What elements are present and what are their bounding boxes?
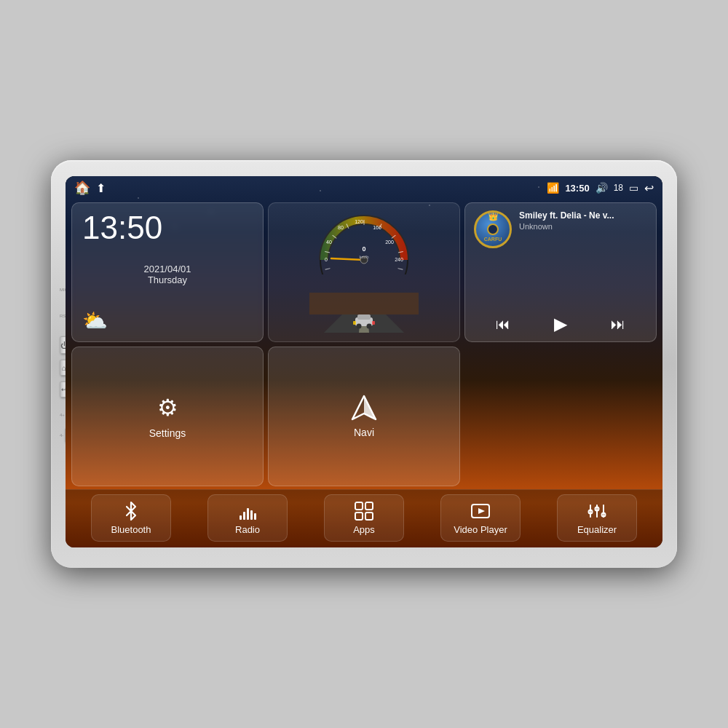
svg-marker-33 — [364, 396, 376, 419]
voldown-label: 4- — [60, 433, 63, 438]
svg-text:80: 80 — [338, 225, 344, 230]
crown-icon: 👑 — [488, 211, 499, 221]
navi-icon — [351, 395, 377, 421]
upload-icon[interactable]: ⬆ — [96, 181, 106, 195]
svg-text:km/h: km/h — [359, 255, 368, 259]
bluetooth-button[interactable]: Bluetooth — [91, 494, 171, 542]
next-button[interactable]: ⏭ — [611, 316, 625, 333]
clock-time: 13:50 — [82, 212, 253, 244]
video-player-icon — [470, 501, 491, 521]
svg-text:240: 240 — [395, 257, 403, 262]
svg-text:160: 160 — [373, 225, 381, 230]
equalizer-icon — [587, 501, 607, 521]
music-widget: 👑 CARFU Smiley ft. Delia - Ne v... Unkno… — [464, 202, 657, 342]
svg-rect-34 — [240, 515, 242, 520]
svg-rect-35 — [243, 512, 245, 520]
volume-level: 18 — [614, 183, 623, 193]
video-player-button[interactable]: Video Player — [440, 494, 521, 542]
navi-label: Navi — [354, 427, 374, 438]
svg-text:120: 120 — [355, 219, 363, 224]
settings-icon: ⚙ — [157, 394, 178, 422]
speedometer-gauge: 0 40 80 120 160 200 240 0 — [313, 209, 415, 274]
clock-date: 2021/04/01 — [82, 264, 253, 274]
play-button[interactable]: ▶ — [554, 314, 567, 334]
car-head-unit: MIC RST ⏻ ⌂ ↩ 4+ 4- 🏠 — [51, 160, 677, 568]
settings-widget[interactable]: ⚙ Settings — [71, 347, 264, 486]
status-bar: 🏠 ⬆ 📶 13:50 🔊 18 ▭ ↩ — [66, 176, 662, 199]
music-top: 👑 CARFU Smiley ft. Delia - Ne v... Unkno… — [474, 210, 647, 248]
equalizer-button[interactable]: Equalizer — [557, 494, 637, 542]
svg-rect-41 — [355, 513, 363, 520]
svg-text:200: 200 — [385, 240, 394, 245]
main-content: 13:50 2021/04/01 Thursday ⛅ — [66, 199, 662, 489]
svg-point-28 — [357, 324, 362, 329]
music-controls: ⏮ ▶ ⏭ — [474, 314, 647, 334]
apps-label: Apps — [353, 524, 375, 535]
status-left: 🏠 ⬆ — [74, 180, 106, 196]
svg-rect-39 — [355, 502, 363, 510]
bluetooth-label: Bluetooth — [111, 524, 151, 535]
window-icon: ▭ — [629, 182, 638, 194]
volup-label: 4+ — [60, 413, 65, 417]
settings-label: Settings — [149, 427, 186, 439]
svg-rect-27 — [357, 314, 371, 320]
home-icon[interactable]: 🏠 — [74, 180, 90, 196]
svg-rect-31 — [372, 321, 375, 325]
apps-button[interactable]: Apps — [324, 494, 404, 542]
bottom-bar: Bluetooth Radio — [66, 489, 662, 547]
back-nav-icon[interactable]: ↩ — [644, 181, 654, 195]
radio-icon — [237, 501, 258, 521]
svg-rect-38 — [254, 513, 256, 520]
wifi-icon: 📶 — [547, 182, 559, 194]
svg-line-10 — [398, 269, 403, 270]
navi-widget[interactable]: Navi — [268, 347, 460, 486]
music-info: Smiley ft. Delia - Ne v... Unknown — [519, 210, 647, 231]
album-text: CARFU — [484, 237, 502, 242]
speedometer-widget: 0 40 80 120 160 200 240 0 — [268, 202, 460, 342]
svg-rect-37 — [250, 510, 253, 520]
svg-text:0: 0 — [325, 257, 328, 262]
svg-rect-36 — [247, 508, 249, 520]
apps-icon — [354, 501, 374, 521]
road-view — [274, 293, 454, 336]
svg-rect-30 — [353, 321, 356, 325]
svg-rect-42 — [365, 513, 373, 520]
music-album-art: 👑 CARFU — [474, 210, 512, 248]
screen-background: 🏠 ⬆ 📶 13:50 🔊 18 ▭ ↩ 13:50 — [66, 176, 662, 547]
radio-button[interactable]: Radio — [207, 494, 288, 542]
screen: 🏠 ⬆ 📶 13:50 🔊 18 ▭ ↩ 13:50 — [66, 176, 662, 547]
volume-icon: 🔊 — [596, 182, 608, 194]
svg-line-2 — [325, 269, 331, 270]
svg-text:0: 0 — [362, 245, 365, 253]
svg-text:40: 40 — [326, 240, 332, 245]
svg-point-29 — [367, 324, 372, 329]
status-right: 📶 13:50 🔊 18 ▭ ↩ — [547, 181, 654, 195]
video-player-label: Video Player — [454, 524, 507, 535]
prev-button[interactable]: ⏮ — [496, 316, 510, 333]
radio-label: Radio — [235, 524, 260, 535]
status-time: 13:50 — [565, 183, 589, 194]
clock-day: Thursday — [82, 274, 253, 285]
bluetooth-icon — [121, 501, 141, 521]
weather-icon: ⛅ — [82, 309, 253, 333]
music-artist: Unknown — [519, 222, 647, 231]
svg-marker-44 — [478, 508, 485, 514]
music-title: Smiley ft. Delia - Ne v... — [519, 210, 647, 221]
clock-widget: 13:50 2021/04/01 Thursday ⛅ — [71, 202, 264, 342]
svg-rect-23 — [309, 293, 419, 314]
equalizer-label: Equalizer — [577, 524, 617, 535]
svg-rect-40 — [365, 502, 373, 510]
